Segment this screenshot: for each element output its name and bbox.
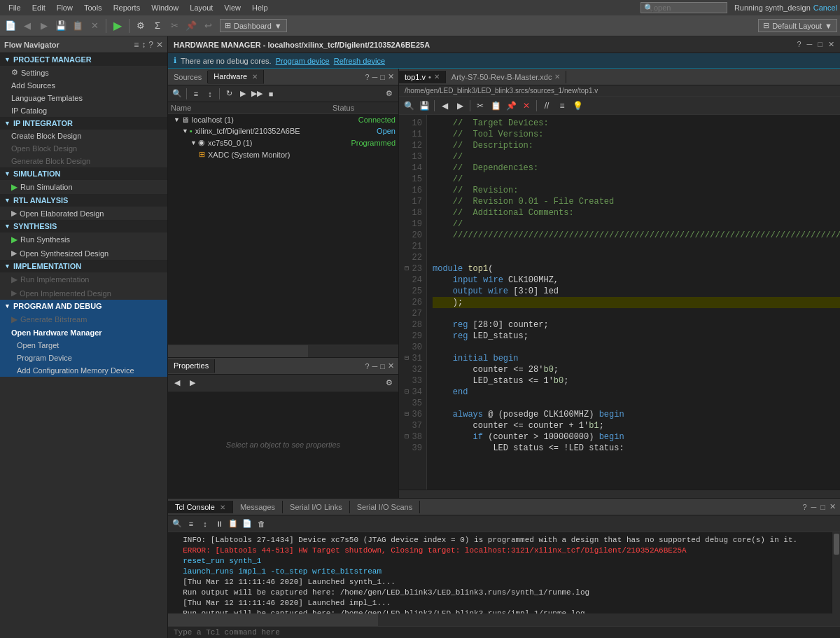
tab-top1-v[interactable]: top1.v • ✕ — [399, 71, 446, 83]
tree-row-localhost[interactable]: ▼ 🖥 localhost (1) Connected — [168, 114, 398, 125]
refresh-device-link[interactable]: Refresh device — [334, 57, 385, 65]
section-ip-integrator-header[interactable]: ▼ IP INTEGRATOR — [0, 117, 167, 130]
program-device-link[interactable]: Program device — [276, 57, 330, 65]
search-box[interactable]: 🔍 — [640, 2, 727, 13]
nav-icon-close[interactable]: ✕ — [156, 40, 163, 50]
forward-button[interactable]: ▶ — [36, 18, 52, 34]
section-rtl-header[interactable]: ▼ RTL ANALYSIS — [0, 194, 167, 207]
top1-tab-close-icon[interactable]: ✕ — [434, 73, 440, 81]
editor-horizontal-scroll[interactable] — [399, 490, 840, 498]
console-vertical-scroll[interactable] — [832, 532, 840, 613]
ed-delete-btn[interactable]: ✕ — [519, 99, 533, 113]
tab-serial-io-scans[interactable]: Serial I/O Scans — [350, 501, 420, 513]
nav-add-sources[interactable]: Add Sources — [0, 79, 167, 92]
nav-open-target[interactable]: Open Target — [0, 339, 167, 352]
fold-31-icon[interactable]: ⊟ — [405, 353, 409, 364]
refresh-btn[interactable]: ↻ — [223, 88, 235, 100]
menu-edit[interactable]: Edit — [27, 2, 51, 13]
panel-gear-btn[interactable]: ⚙ — [383, 88, 396, 100]
prop-close-icon[interactable]: ✕ — [388, 361, 394, 370]
run-button[interactable]: ▶ — [110, 18, 125, 34]
tree-row-xadc[interactable]: ⊞ XADC (System Monitor) — [168, 148, 398, 160]
nav-add-config-memory[interactable]: Add Configuration Memory Device — [0, 364, 167, 377]
tab-serial-io-links[interactable]: Serial I/O Links — [283, 501, 350, 513]
paste-button[interactable]: 📌 — [183, 18, 199, 34]
tab-tcl-console[interactable]: Tcl Console ✕ — [168, 501, 233, 513]
menu-view[interactable]: View — [218, 2, 246, 13]
section-simulation-header[interactable]: ▼ SIMULATION — [0, 167, 167, 180]
prop-back-btn[interactable]: ◀ — [171, 377, 183, 389]
console-minimize-icon[interactable]: ─ — [811, 503, 817, 511]
tree-row-xc7s50[interactable]: ▼ ◉ xc7s50_0 (1) Programmed — [168, 137, 398, 148]
ed-save-btn[interactable]: 💾 — [417, 99, 431, 113]
console-copy-btn[interactable]: 📋 — [227, 518, 239, 530]
new-file-button[interactable]: 📄 — [3, 18, 18, 34]
ed-copy-btn[interactable]: 📋 — [489, 99, 503, 113]
ed-light-btn[interactable]: 💡 — [570, 99, 584, 113]
menu-reports[interactable]: Reports — [108, 2, 146, 13]
back-button[interactable]: ◀ — [20, 18, 35, 34]
nav-open-hw-manager[interactable]: Open Hardware Manager — [0, 326, 167, 339]
fold-23-icon[interactable]: ⊟ — [405, 263, 409, 275]
ed-back-btn[interactable]: ◀ — [438, 99, 451, 113]
stop-btn[interactable]: ■ — [265, 88, 277, 100]
panel-maximize-icon[interactable]: □ — [380, 73, 385, 81]
undo-button[interactable]: ↩ — [200, 18, 216, 34]
nav-settings[interactable]: ⚙ Settings — [0, 66, 167, 79]
nav-ip-catalog[interactable]: IP Catalog — [0, 104, 167, 117]
menu-tools[interactable]: Tools — [78, 2, 108, 13]
prop-gear-btn[interactable]: ⚙ — [383, 377, 396, 389]
menu-file[interactable]: File — [3, 2, 27, 13]
nav-run-simulation[interactable]: ▶ Run Simulation — [0, 180, 167, 194]
section-project-manager-header[interactable]: ▼ PROJECT MANAGER — [0, 53, 167, 66]
tcl-tab-close-icon[interactable]: ✕ — [220, 504, 225, 511]
console-help-icon[interactable]: ? — [802, 503, 806, 511]
panel-minimize-icon[interactable]: ─ — [372, 73, 378, 81]
tab-messages[interactable]: Messages — [233, 501, 283, 513]
run-all-btn[interactable]: ▶▶ — [251, 88, 263, 100]
search-input[interactable] — [654, 4, 724, 12]
expand-all-btn[interactable]: ↕ — [204, 88, 216, 100]
menu-window[interactable]: Window — [146, 2, 184, 13]
console-horizontal-scroll[interactable] — [168, 613, 840, 626]
hw-manager-minimize-icon[interactable]: ─ — [807, 40, 813, 49]
hw-manager-maximize-icon[interactable]: □ — [818, 40, 822, 49]
hw-manager-help-icon[interactable]: ? — [797, 40, 801, 49]
hw-horizontal-scroll[interactable] — [168, 345, 398, 357]
console-maximize-icon[interactable]: □ — [820, 503, 825, 511]
console-copy2-btn[interactable]: 📄 — [241, 518, 253, 530]
nav-open-elaborated-design[interactable]: ▶ Open Elaborated Design — [0, 207, 167, 220]
tab-sources[interactable]: Sources — [168, 71, 208, 83]
cancel-button[interactable]: Cancel — [813, 4, 837, 12]
console-scroll-thumb[interactable] — [834, 534, 839, 555]
section-impl-header[interactable]: ▼ IMPLEMENTATION — [0, 260, 167, 272]
layout-button[interactable]: ⊟ Default Layout ▼ — [758, 19, 837, 32]
nav-icon-collapse[interactable]: ≡ — [134, 40, 139, 50]
nav-run-synthesis[interactable]: ▶ Run Synthesis — [0, 233, 167, 247]
ed-uncomment-btn[interactable]: ≡ — [555, 99, 569, 113]
tab-xdc[interactable]: Arty-S7-50-Rev-B-Master.xdc ✕ — [446, 71, 567, 83]
code-content[interactable]: // Target Devices: // Tool Versions: // … — [427, 115, 840, 490]
hardware-tab-close-icon[interactable]: ✕ — [252, 73, 258, 81]
console-clear-btn[interactable]: 🗑 — [255, 518, 267, 530]
tab-properties[interactable]: Properties — [168, 359, 215, 373]
nav-program-device[interactable]: Program Device — [0, 352, 167, 364]
section-synthesis-header[interactable]: ▼ SYNTHESIS — [0, 220, 167, 233]
collapse-all-btn[interactable]: ≡ — [190, 88, 202, 100]
save-button[interactable]: 💾 — [53, 18, 69, 34]
run-btn[interactable]: ▶ — [237, 88, 249, 100]
ed-search-btn[interactable]: 🔍 — [402, 99, 416, 113]
nav-create-block-design[interactable]: Create Block Design — [0, 130, 167, 142]
tab-hardware[interactable]: Hardware ✕ — [208, 70, 264, 84]
nav-icon-expand[interactable]: ↕ — [141, 40, 146, 50]
fold-36-icon[interactable]: ⊟ — [405, 409, 409, 420]
code-editor[interactable]: 10 11 12 13 14 15 16 17 18 19 20 — [399, 115, 840, 490]
menu-flow[interactable]: Flow — [51, 2, 78, 13]
menu-layout[interactable]: Layout — [184, 2, 218, 13]
cut-button[interactable]: ✂ — [167, 18, 182, 34]
tree-row-xilinx-tcf[interactable]: ▼ ▪ xilinx_tcf/Digilent/210352A6BE Open — [168, 125, 398, 137]
dashboard-button[interactable]: ⊞ Dashboard ▼ — [220, 19, 287, 32]
xdc-tab-close-icon[interactable]: ✕ — [554, 73, 560, 81]
ed-comment-btn[interactable]: // — [540, 99, 554, 113]
sum-button[interactable]: Σ — [150, 18, 165, 34]
